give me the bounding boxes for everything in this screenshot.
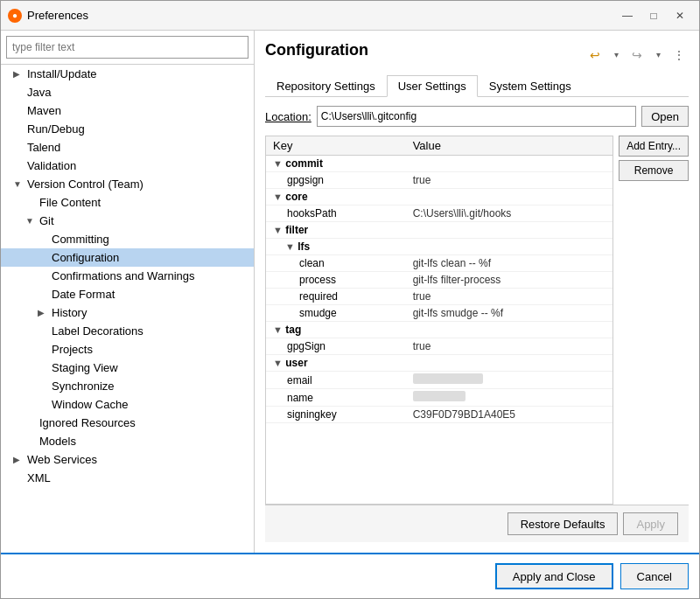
row-key: smudge	[266, 305, 406, 322]
value-column-header: Value	[406, 136, 613, 156]
row-key: gpgSign	[266, 338, 406, 355]
table-row[interactable]: hooksPath C:\Users\lli\.git/hooks	[266, 205, 612, 222]
row-key: hooksPath	[266, 205, 406, 222]
row-key: process	[266, 272, 406, 289]
table-row[interactable]: gpgSign true	[266, 338, 612, 355]
panel-title: Configuration	[265, 41, 368, 59]
sidebar-item-synchronize[interactable]: Synchronize	[1, 377, 254, 395]
sidebar-item-staging-view[interactable]: Staging View	[1, 359, 254, 377]
blurred-name	[413, 391, 466, 401]
maximize-button[interactable]: □	[641, 6, 666, 25]
sidebar-item-label: Git	[39, 214, 54, 227]
section-key: core	[285, 191, 307, 203]
sidebar-item-label-decorations[interactable]: Label Decorations	[1, 322, 254, 340]
sidebar-item-run-debug[interactable]: Run/Debug	[1, 120, 254, 138]
cancel-button[interactable]: Cancel	[620, 563, 689, 589]
sidebar-item-ignored-resources[interactable]: Ignored Resources	[1, 414, 254, 432]
tab-label: System Settings	[489, 80, 571, 93]
sidebar-item-label: XML	[27, 471, 51, 484]
key-column-header: Key	[266, 136, 406, 156]
table-row[interactable]: ▼ tag	[266, 322, 612, 338]
sidebar-item-label: Window Cache	[52, 398, 128, 411]
sidebar-item-label: Validation	[27, 159, 76, 172]
sidebar-item-file-content[interactable]: File Content	[1, 193, 254, 212]
table-row[interactable]: process git-lfs filter-process	[266, 272, 612, 289]
sidebar-item-history[interactable]: ▶ History	[1, 303, 254, 322]
sidebar-item-label: Java	[27, 86, 51, 99]
table-row[interactable]: name	[266, 389, 612, 407]
window-title: Preferences	[27, 9, 88, 22]
row-key: required	[266, 289, 406, 305]
forward-dropdown-button[interactable]: ▾	[648, 45, 668, 65]
tab-system-settings[interactable]: System Settings	[478, 75, 583, 97]
forward-button[interactable]: ↪	[627, 45, 647, 65]
add-entry-button[interactable]: Add Entry...	[619, 136, 689, 157]
main-content: ▶ Install/Update Java Maven Run/Debug	[1, 31, 699, 553]
table-row[interactable]: signingkey C39F0D79BD1A40E5	[266, 407, 612, 423]
sidebar-item-version-control[interactable]: ▼ Version Control (Team)	[1, 175, 254, 193]
sidebar-item-date-format[interactable]: Date Format	[1, 285, 254, 303]
sidebar-item-label: Label Decorations	[52, 324, 144, 338]
location-input[interactable]	[317, 106, 636, 127]
close-button[interactable]: ✕	[668, 6, 692, 25]
section-key: lfs	[298, 240, 310, 253]
table-row[interactable]: gpgsign true	[266, 172, 612, 189]
row-value	[406, 389, 613, 407]
sidebar-item-label: File Content	[39, 196, 101, 209]
minimize-button[interactable]: —	[615, 6, 640, 25]
table-row[interactable]: ▼ lfs	[266, 239, 612, 255]
sidebar-item-projects[interactable]: Projects	[1, 340, 254, 359]
search-input[interactable]	[6, 36, 248, 59]
row-key: email	[266, 372, 406, 389]
restore-defaults-button[interactable]: Restore Defaults	[508, 512, 619, 535]
sidebar-item-maven[interactable]: Maven	[1, 101, 254, 120]
sidebar-item-label: Projects	[52, 343, 93, 356]
sidebar-item-web-services[interactable]: ▶ Web Services	[1, 450, 254, 469]
sidebar-item-label: Staging View	[52, 361, 118, 374]
open-button[interactable]: Open	[641, 106, 689, 127]
sidebar-item-install-update[interactable]: ▶ Install/Update	[1, 65, 254, 83]
back-button[interactable]: ↩	[585, 45, 605, 65]
section-key: commit	[285, 157, 323, 170]
sidebar-item-xml[interactable]: XML	[1, 469, 254, 487]
table-row[interactable]: required true	[266, 289, 612, 305]
sidebar-item-label: Confirmations and Warnings	[52, 269, 195, 282]
table-row[interactable]: clean git-lfs clean -- %f	[266, 255, 612, 272]
sidebar-item-confirmations-warnings[interactable]: Confirmations and Warnings	[1, 267, 254, 285]
sidebar-item-window-cache[interactable]: Window Cache	[1, 395, 254, 414]
remove-button[interactable]: Remove	[619, 160, 689, 181]
title-bar-controls: — □ ✕	[615, 6, 692, 25]
table-row[interactable]: ▼ core	[266, 189, 612, 205]
row-value: C:\Users\lli\.git/hooks	[406, 205, 613, 222]
table-row[interactable]: ▼ commit	[266, 156, 612, 172]
table-row[interactable]: email	[266, 372, 612, 389]
tab-user-settings[interactable]: User Settings	[387, 75, 478, 97]
sidebar-item-git[interactable]: ▼ Git	[1, 212, 254, 230]
sidebar-item-committing[interactable]: Committing	[1, 230, 254, 248]
table-row[interactable]: ▼ filter	[266, 222, 612, 239]
right-panel: Configuration ↩ ▾ ↪ ▾ ⋮ Repository Setti…	[255, 31, 699, 553]
row-key: name	[266, 389, 406, 407]
row-key: clean	[266, 255, 406, 272]
sidebar-item-talend[interactable]: Talend	[1, 138, 254, 157]
section-key: filter	[285, 224, 308, 236]
tab-repo-settings[interactable]: Repository Settings	[265, 75, 387, 97]
sidebar-item-java[interactable]: Java	[1, 83, 254, 101]
section-key: tag	[285, 324, 301, 336]
sidebar-item-label: Maven	[27, 104, 61, 117]
sidebar-item-models[interactable]: Models	[1, 432, 254, 450]
more-menu-button[interactable]: ⋮	[669, 45, 689, 65]
sidebar-item-configuration[interactable]: Configuration	[1, 248, 254, 267]
sidebar-item-validation[interactable]: Validation	[1, 157, 254, 175]
section-key: user	[285, 357, 307, 369]
location-row: Location: Open	[265, 106, 689, 127]
sidebar-item-label: Configuration	[52, 251, 119, 264]
row-value: true	[406, 172, 613, 189]
table-row[interactable]: smudge git-lfs smudge -- %f	[266, 305, 612, 322]
apply-close-button[interactable]: Apply and Close	[495, 563, 613, 589]
expand-arrow: ▶	[38, 308, 48, 317]
dropdown-arrow-button[interactable]: ▾	[606, 45, 626, 65]
table-row[interactable]: ▼ user	[266, 355, 612, 372]
tab-label: Repository Settings	[276, 80, 375, 93]
apply-button[interactable]: Apply	[623, 512, 678, 535]
